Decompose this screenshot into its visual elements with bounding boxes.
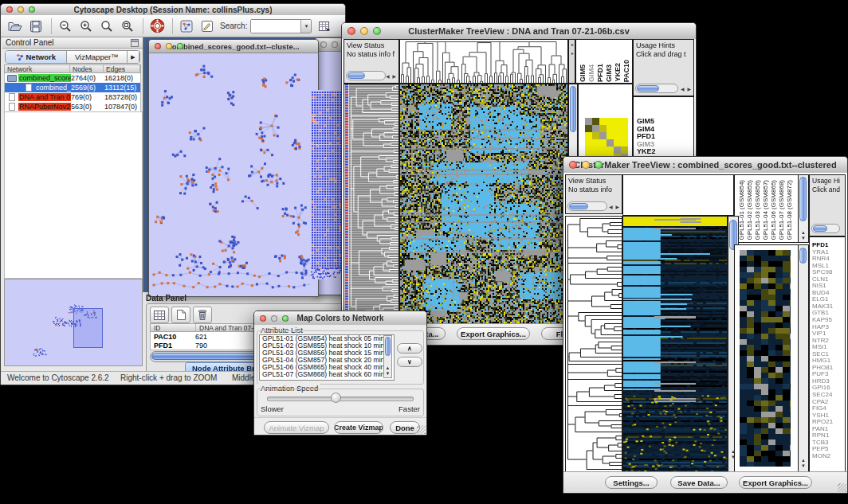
save-icon[interactable] — [26, 18, 45, 35]
window-controls[interactable] — [6, 6, 35, 13]
column-label[interactable]: GPL51-08 (GSM872) — [786, 180, 794, 240]
close-button[interactable] — [347, 27, 355, 35]
hints-hscrollbar[interactable] — [635, 84, 678, 93]
status-hscrollbar[interactable] — [567, 201, 607, 211]
column-labels-panel[interactable]: GIM5GIM4PFD1GIM3YKE2PAC10 — [575, 39, 633, 84]
row-dendrogram-canvas[interactable] — [566, 217, 622, 471]
zoom-fit-icon[interactable] — [118, 18, 137, 35]
column-dendrogram-canvas[interactable] — [400, 40, 567, 83]
minimize-button[interactable] — [271, 315, 277, 322]
expand-arrows-icon[interactable]: ▸ ▸ — [570, 41, 575, 57]
resize-grip[interactable] — [417, 425, 426, 434]
network-window-titlebar[interactable]: combined_scores_good.txt--cluste... — [149, 40, 318, 53]
zoom-heatmap-canvas[interactable] — [740, 250, 791, 467]
zoom-button[interactable] — [595, 161, 603, 169]
scrollbar-thumb[interactable] — [799, 177, 807, 221]
row-dendrogram-panel[interactable] — [344, 84, 399, 324]
column-label[interactable]: GIM3 — [605, 64, 614, 82]
heatmap-panel[interactable] — [399, 84, 568, 324]
network-list-row[interactable]: combined_sco 2569(6) 13112(15) — [5, 83, 140, 92]
resize-grip[interactable] — [838, 483, 846, 492]
column-label[interactable]: PAC10 — [622, 60, 631, 82]
zoom-button[interactable] — [282, 315, 289, 322]
close-button[interactable] — [260, 315, 266, 322]
status-hscrollbar[interactable] — [346, 71, 386, 80]
new-attribute-icon[interactable] — [171, 307, 190, 323]
column-dendrogram-panel[interactable] — [622, 174, 734, 216]
column-label[interactable]: YKE2 — [614, 63, 622, 82]
column-nodes[interactable]: Nodes — [70, 65, 104, 72]
network-list-row[interactable]: combined_scores 2764(0) 16218(0) — [5, 73, 140, 83]
close-button[interactable] — [155, 43, 161, 49]
close-button[interactable] — [569, 161, 577, 169]
tab-vizmapper[interactable]: VizMapper™ — [67, 51, 128, 63]
scroll-pager-arrows[interactable]: ◀ ▶ — [609, 204, 620, 209]
treeview1-titlebar[interactable]: ClusterMaker TreeView : DNA and Tran 07-… — [342, 23, 696, 40]
column-label[interactable]: GPL51-07 (GSM868) — [778, 180, 786, 240]
network-list-row[interactable]: RNAPuberNov2+ 563(0) 107847(0) — [5, 102, 140, 111]
row-dendrogram-panel[interactable] — [565, 216, 622, 472]
settings-button[interactable]: Settings... — [605, 476, 658, 489]
scrollbar-thumb[interactable] — [385, 337, 391, 356]
tab-network[interactable]: Network — [6, 51, 67, 63]
close-button[interactable] — [6, 6, 13, 13]
export-graphics-button[interactable]: Export Graphics... — [739, 476, 812, 489]
birdseye-view[interactable] — [4, 279, 143, 366]
heatmap-panel[interactable] — [622, 216, 728, 472]
network-view-window[interactable]: combined_scores_good.txt--cluste... — [148, 39, 319, 297]
attribute-list-vscrollbar[interactable]: ▲▼ — [383, 335, 392, 378]
search-combobox[interactable]: ▼ — [250, 19, 312, 33]
minimize-button[interactable] — [360, 27, 368, 35]
float-panel-icon[interactable] — [130, 38, 139, 48]
minimize-button[interactable] — [18, 6, 24, 13]
move-down-button[interactable]: ∨ — [397, 357, 422, 367]
heatmap-canvas[interactable] — [623, 217, 727, 471]
search-input[interactable] — [251, 20, 300, 33]
zoom-button[interactable] — [29, 6, 35, 13]
column-label[interactable]: GIM4 — [587, 64, 596, 82]
column-label[interactable]: GPL51-02 (GSM855) — [746, 180, 754, 240]
scroll-pager-arrows[interactable]: ◀ ▶ — [386, 73, 397, 79]
column-label[interactable]: GIM5 — [579, 64, 587, 82]
heatmap-canvas[interactable] — [400, 84, 567, 323]
scrollbar-arrows[interactable]: ▲▼ — [384, 365, 391, 377]
help-lifering-icon[interactable] — [147, 18, 167, 35]
column-label[interactable]: GPL51-04 (GSM857) — [762, 180, 770, 240]
scrollbar-thumb[interactable] — [799, 248, 807, 264]
attribute-list[interactable]: GPL51-01 (GSM854) heat shock 05 minGPL51… — [259, 334, 395, 381]
speed-slider-thumb[interactable] — [331, 393, 341, 403]
column-dendrogram-panel[interactable] — [399, 39, 568, 84]
minimize-button[interactable] — [332, 41, 338, 48]
column-id[interactable]: ID — [151, 324, 196, 331]
import-table-icon[interactable] — [315, 18, 334, 35]
network-view-icon[interactable] — [177, 18, 196, 35]
delete-attribute-trash-icon[interactable] — [193, 307, 212, 323]
birdseye-canvas[interactable] — [5, 279, 140, 364]
combo-arrow-icon[interactable]: ▼ — [300, 20, 311, 33]
save-data-button[interactable]: Save Data... — [670, 476, 728, 489]
zoom-button[interactable] — [373, 27, 381, 35]
column-labels-panel[interactable]: GPL51-01 (GSM854)GPL51-02 (GSM855)GPL51-… — [734, 174, 809, 243]
open-file-icon[interactable] — [6, 18, 25, 35]
splitter-strip[interactable]: ▸ ▸ — [568, 39, 575, 84]
hints-hscrollbar[interactable] — [811, 224, 840, 233]
close-button[interactable] — [320, 41, 327, 48]
column-edges[interactable]: Edges — [104, 65, 140, 72]
zoom-vscrollbar[interactable]: ▲▼ — [798, 245, 808, 471]
done-button[interactable]: Done — [390, 421, 420, 434]
dense-network-grid-canvas[interactable] — [311, 90, 344, 279]
dialog-titlebar[interactable]: Map Colors to Network — [254, 311, 426, 326]
treeview2-titlebar[interactable]: ClusterMaker TreeView : combined_scores_… — [563, 157, 847, 174]
labels-vscrollbar[interactable]: ▲▼ — [798, 175, 808, 242]
zoom-out-icon[interactable] — [56, 18, 75, 35]
attribute-table-icon[interactable] — [150, 307, 169, 323]
row-dendrogram-canvas[interactable] — [349, 84, 398, 323]
minimize-button[interactable] — [166, 43, 172, 49]
network-graph-canvas[interactable] — [149, 53, 316, 295]
column-label[interactable]: PFD1 — [596, 64, 605, 82]
scroll-pager-arrows[interactable]: ◀ ▶ — [681, 86, 692, 92]
gene-label[interactable]: MON2 — [812, 453, 845, 460]
zoom-in-icon[interactable] — [77, 18, 96, 35]
zoom-heatmap-panel[interactable]: ▲▼ — [734, 244, 809, 472]
column-label[interactable]: GPL51-01 (GSM854) — [738, 180, 746, 240]
